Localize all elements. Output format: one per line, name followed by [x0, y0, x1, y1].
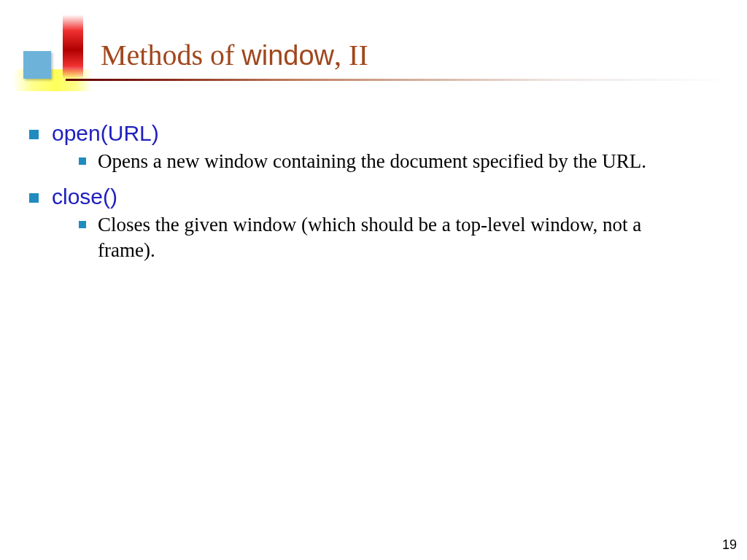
bullet-icon [79, 221, 86, 228]
slide-body: open(URL) Opens a new window containing … [29, 117, 715, 273]
list-item: open(URL) [29, 121, 715, 146]
page-number: 19 [722, 537, 737, 553]
bullet-icon [29, 193, 39, 203]
list-item: close() [29, 184, 715, 209]
list-item: Closes the given window (which should be… [79, 212, 715, 263]
slide-title: Methods of window, II [101, 41, 368, 70]
bullet-icon [29, 130, 39, 139]
title-suffix: , II [334, 39, 368, 71]
list-item: Opens a new window containing the docume… [79, 149, 715, 174]
method-description: Opens a new window containing the docume… [98, 149, 646, 174]
title-underline [66, 79, 729, 81]
accent-bar-red [63, 15, 83, 79]
title-prefix: Methods of [101, 39, 241, 71]
method-name: close() [52, 184, 117, 209]
accent-bar-yellow [13, 69, 92, 91]
title-code: window [241, 40, 334, 71]
accent-square-blue [23, 51, 51, 79]
bullet-icon [79, 158, 86, 165]
method-description: Closes the given window (which should be… [98, 212, 703, 263]
method-name: open(URL) [52, 121, 159, 146]
